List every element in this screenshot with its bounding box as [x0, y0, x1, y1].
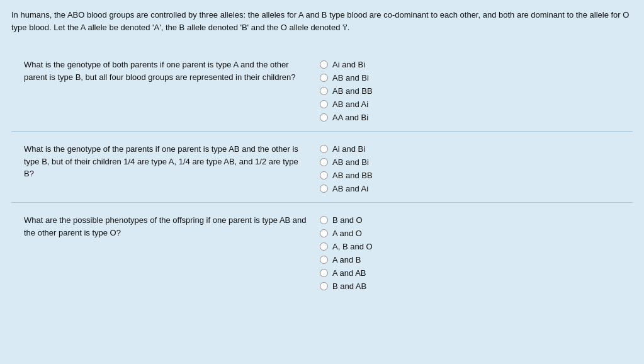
radio-circle-q2-o2	[320, 158, 328, 166]
question-text-1: What is the genotype of both parents if …	[24, 59, 320, 122]
question-text-2: What is the genotype of the parents if o…	[24, 143, 320, 193]
option-row-q2-o3[interactable]: AB and BB	[320, 171, 373, 180]
option-label-q1-o5: AA and Bi	[332, 113, 368, 122]
option-row-q3-o6[interactable]: B and AB	[320, 282, 373, 291]
options-col-3: B and OA and OA, B and OA and BA and ABB…	[320, 214, 373, 291]
option-row-q1-o1[interactable]: Ai and Bi	[320, 60, 373, 69]
question-block-2: What is the genotype of the parents if o…	[11, 132, 633, 203]
option-row-q2-o2[interactable]: AB and Bi	[320, 157, 373, 167]
radio-circle-q3-o3	[320, 242, 328, 251]
option-row-q3-o2[interactable]: A and O	[320, 229, 373, 238]
option-row-q3-o1[interactable]: B and O	[320, 215, 373, 225]
radio-circle-q3-o1	[320, 216, 328, 224]
option-row-q1-o5[interactable]: AA and Bi	[320, 113, 373, 122]
option-label-q1-o4: AB and Ai	[332, 100, 368, 109]
radio-circle-q2-o4	[320, 185, 328, 193]
option-label-q1-o2: AB and Bi	[332, 73, 369, 82]
option-label-q3-o5: A and AB	[332, 268, 366, 278]
option-row-q3-o3[interactable]: A, B and O	[320, 242, 373, 251]
option-row-q1-o4[interactable]: AB and Ai	[320, 100, 373, 109]
option-label-q1-o1: Ai and Bi	[332, 60, 365, 69]
radio-circle-q2-o3	[320, 171, 328, 179]
option-label-q2-o3: AB and BB	[332, 171, 373, 180]
option-label-q3-o6: B and AB	[332, 282, 366, 291]
option-label-q3-o3: A, B and O	[332, 242, 373, 251]
question-text-3: What are the possible phenotypes of the …	[24, 214, 320, 291]
question-block-1: What is the genotype of both parents if …	[11, 47, 633, 132]
option-label-q2-o4: AB and Ai	[332, 184, 368, 193]
radio-circle-q2-o1	[320, 145, 328, 153]
radio-circle-q3-o6	[320, 282, 328, 290]
option-row-q2-o4[interactable]: AB and Ai	[320, 184, 373, 193]
radio-circle-q3-o5	[320, 269, 328, 277]
option-label-q2-o2: AB and Bi	[332, 157, 369, 167]
option-label-q1-o3: AB and BB	[332, 86, 373, 96]
question-block-3: What are the possible phenotypes of the …	[11, 203, 633, 300]
option-row-q1-o3[interactable]: AB and BB	[320, 86, 373, 96]
radio-circle-q1-o3	[320, 87, 328, 95]
option-label-q3-o2: A and O	[332, 229, 362, 238]
option-label-q2-o1: Ai and Bi	[332, 144, 365, 154]
radio-circle-q1-o1	[320, 60, 328, 69]
option-row-q2-o1[interactable]: Ai and Bi	[320, 144, 373, 154]
option-row-q3-o5[interactable]: A and AB	[320, 268, 373, 278]
intro-text: In humans, the ABO blood groups are cont…	[11, 9, 633, 33]
option-row-q1-o2[interactable]: AB and Bi	[320, 73, 373, 82]
questions-container: What is the genotype of both parents if …	[11, 47, 633, 300]
option-label-q3-o4: A and B	[332, 255, 361, 264]
option-row-q3-o4[interactable]: A and B	[320, 255, 373, 264]
options-col-1: Ai and BiAB and BiAB and BBAB and AiAA a…	[320, 59, 373, 122]
radio-circle-q1-o5	[320, 113, 328, 122]
radio-circle-q1-o2	[320, 74, 328, 82]
options-col-2: Ai and BiAB and BiAB and BBAB and Ai	[320, 143, 373, 193]
option-label-q3-o1: B and O	[332, 215, 363, 225]
radio-circle-q1-o4	[320, 100, 328, 108]
radio-circle-q3-o4	[320, 256, 328, 264]
radio-circle-q3-o2	[320, 229, 328, 237]
